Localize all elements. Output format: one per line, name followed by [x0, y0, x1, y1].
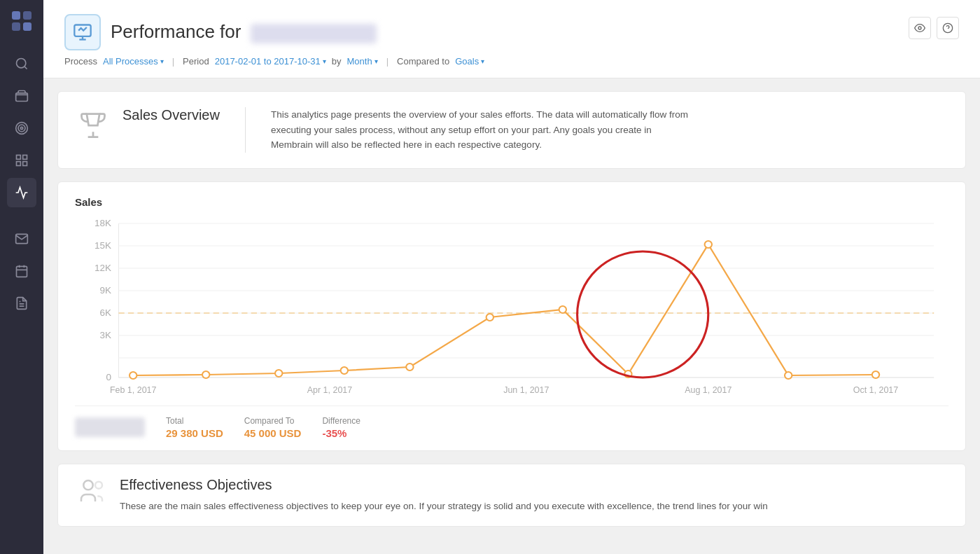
data-point-sep: [785, 372, 792, 379]
svg-rect-3: [23, 22, 31, 31]
header-actions: [909, 17, 959, 39]
svg-point-49: [95, 481, 102, 488]
svg-text:Apr 1, 2017: Apr 1, 2017: [307, 385, 353, 395]
sidebar-item-targets[interactable]: [7, 113, 36, 143]
period-chevron: ▾: [323, 57, 326, 65]
sidebar-item-email[interactable]: [7, 224, 36, 254]
chart-area: 18K 15K 12K 9K 6K 3K 0: [75, 216, 948, 399]
svg-text:12K: 12K: [94, 263, 111, 273]
effectiveness-icon: [78, 477, 106, 511]
logo: [8, 7, 36, 35]
svg-line-5: [24, 67, 27, 69]
svg-rect-11: [23, 155, 27, 160]
data-point-oct: [872, 371, 879, 378]
effectiveness-section: Effectiveness Objectives These are the m…: [57, 464, 966, 527]
difference-value: -35%: [322, 427, 360, 439]
process-label: Process: [64, 56, 97, 67]
total-stat: Total 29 380 USD: [166, 416, 223, 439]
svg-text:Aug 1, 2017: Aug 1, 2017: [685, 385, 732, 395]
period-filter[interactable]: 2017-02-01 to 2017-10-31 ▾: [215, 56, 326, 67]
header-title-row: Performance for: [64, 14, 484, 50]
by-chevron: ▾: [374, 57, 378, 65]
period-label: Period: [183, 56, 209, 67]
period-value: 2017-02-01 to 2017-10-31: [215, 56, 321, 67]
effectiveness-description: These are the main sales effectiveness o…: [120, 499, 768, 514]
compared-stat: Compared To 45 000 USD: [244, 416, 302, 439]
svg-rect-0: [12, 11, 20, 20]
title-text: Performance for: [111, 21, 241, 42]
svg-point-9: [20, 127, 22, 129]
svg-text:18K: 18K: [94, 218, 111, 228]
by-month-filter[interactable]: Month ▾: [346, 56, 377, 67]
effectiveness-title: Effectiveness Objectives: [120, 477, 768, 493]
sep2: |: [386, 56, 388, 67]
overview-title: Sales Overview: [122, 107, 220, 123]
svg-text:Feb 1, 2017: Feb 1, 2017: [110, 385, 157, 395]
header-filters: Process All Processes ▾ | Period 2017-02…: [64, 56, 484, 67]
svg-rect-13: [23, 162, 27, 166]
title-blurred-name: [251, 24, 377, 43]
goals-chevron: ▾: [481, 57, 484, 65]
chart-title: Sales: [75, 196, 948, 208]
sidebar-item-wallet[interactable]: [7, 81, 36, 111]
footer-avatar: [75, 417, 145, 437]
sales-chart: 18K 15K 12K 9K 6K 3K 0: [75, 216, 948, 399]
goals-filter[interactable]: Goals ▾: [455, 56, 484, 67]
sidebar-item-search[interactable]: [7, 49, 36, 78]
overview-divider: [245, 107, 246, 153]
svg-text:0: 0: [106, 372, 111, 382]
data-point-4: [341, 367, 348, 374]
chart-footer: Total 29 380 USD Compared To 45 000 USD …: [75, 406, 948, 450]
eye-button[interactable]: [909, 17, 931, 39]
sidebar-item-calendar[interactable]: [7, 256, 36, 286]
data-point-feb: [130, 372, 136, 379]
svg-rect-10: [17, 155, 21, 160]
compared-label: Compared to: [397, 56, 449, 67]
process-filter[interactable]: All Processes ▾: [103, 56, 164, 67]
help-button[interactable]: [937, 17, 959, 39]
trophy-icon: [78, 110, 108, 147]
svg-text:6K: 6K: [99, 307, 111, 318]
sidebar-item-documents[interactable]: [7, 289, 36, 318]
data-point-jun: [486, 314, 493, 321]
data-point-5: [406, 363, 413, 371]
process-chevron: ▾: [160, 57, 164, 65]
data-point-aug-peak: [705, 241, 712, 248]
data-point-3: [275, 370, 282, 377]
effectiveness-content: Effectiveness Objectives These are the m…: [120, 477, 768, 514]
svg-text:Oct 1, 2017: Oct 1, 2017: [853, 385, 899, 395]
compared-value: 45 000 USD: [244, 427, 302, 439]
process-value: All Processes: [103, 56, 158, 67]
svg-text:9K: 9K: [99, 285, 111, 296]
by-value: Month: [346, 56, 372, 67]
difference-stat: Difference -35%: [322, 416, 360, 439]
overview-section: Sales Overview This analytics page prese…: [57, 91, 966, 169]
highlight-circle: [578, 251, 708, 378]
compared-value: Goals: [455, 56, 479, 67]
sales-line: [133, 244, 876, 375]
sidebar-item-analytics[interactable]: [7, 178, 36, 207]
svg-rect-12: [17, 162, 21, 166]
svg-text:Jun 1, 2017: Jun 1, 2017: [503, 385, 549, 395]
data-point-2: [202, 371, 209, 378]
svg-rect-1: [23, 11, 31, 20]
compared-label: Compared To: [244, 416, 302, 426]
header-left: Performance for Process All Processes ▾ …: [64, 14, 484, 67]
main-content: Performance for Process All Processes ▾ …: [43, 0, 980, 554]
sidebar: [0, 0, 43, 554]
svg-rect-14: [17, 266, 27, 277]
overview-description: This analytics page presents the overvie…: [271, 107, 691, 153]
header-section: Performance for Process All Processes ▾ …: [43, 0, 980, 78]
page-title: Performance for: [111, 21, 377, 43]
performance-icon: [64, 14, 101, 50]
sidebar-item-contacts[interactable]: [7, 146, 36, 175]
svg-point-4: [17, 59, 26, 68]
svg-rect-2: [12, 22, 20, 31]
svg-text:15K: 15K: [94, 240, 111, 251]
chart-section: Sales 18K 15K 12K 9K 6K 3K: [57, 181, 966, 451]
by-label: by: [332, 56, 342, 67]
total-label: Total: [166, 416, 223, 426]
svg-point-8: [18, 125, 25, 132]
data-point-7: [559, 306, 566, 313]
svg-point-48: [83, 480, 92, 490]
